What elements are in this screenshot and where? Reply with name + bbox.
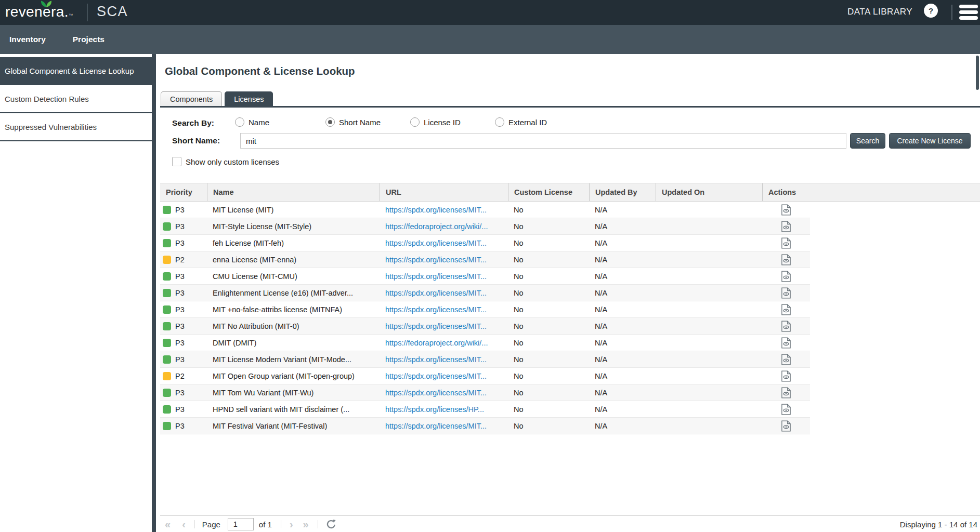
last-page-button[interactable]: »	[303, 519, 309, 529]
priority-label: P3	[175, 239, 185, 247]
radio-option[interactable]: Short Name	[325, 117, 381, 127]
view-license-icon[interactable]	[781, 404, 791, 415]
table-row[interactable]: P3 CMU License (MIT-CMU) https://spdx.or…	[160, 268, 810, 285]
table-row[interactable]: P3 MIT License Modern Variant (MIT-Mode.…	[160, 351, 810, 368]
short-name-input[interactable]	[240, 133, 846, 149]
view-license-icon[interactable]	[781, 204, 791, 216]
view-license-icon[interactable]	[781, 370, 791, 382]
revenera-logo[interactable]: revenera.™	[5, 4, 73, 20]
column-header[interactable]: Actions	[762, 183, 810, 201]
priority-cell: P3	[160, 235, 207, 251]
table-row[interactable]: P3 MIT No Attribution (MIT-0) https://sp…	[160, 318, 810, 335]
column-header[interactable]: Priority	[160, 183, 207, 201]
updated-on-cell	[656, 301, 762, 317]
table-row[interactable]: P3 MIT-Style License (MIT-Style) https:/…	[160, 218, 810, 235]
license-url-link[interactable]: https://spdx.org/licenses/MIT...	[385, 422, 487, 430]
data-library-link[interactable]: DATA LIBRARY	[847, 7, 912, 17]
show-custom-checkbox[interactable]	[172, 157, 181, 166]
sidebar-item[interactable]: Custom Detection Rules	[0, 85, 152, 113]
view-license-icon[interactable]	[781, 287, 791, 299]
radio-option[interactable]: Name	[235, 117, 269, 127]
next-page-button[interactable]: ›	[290, 519, 293, 529]
hamburger-menu-icon[interactable]	[959, 5, 978, 22]
table-row[interactable]: P3 MIT Tom Wu Variant (MIT-Wu) https://s…	[160, 384, 810, 401]
nav-item[interactable]: Inventory	[9, 35, 46, 44]
radio-option[interactable]: External ID	[495, 117, 547, 127]
scrollbar-thumb[interactable]	[976, 56, 979, 90]
priority-label: P2	[175, 372, 185, 380]
column-header[interactable]: Updated On	[656, 183, 762, 201]
view-license-icon[interactable]	[781, 337, 791, 349]
view-license-icon[interactable]	[781, 321, 791, 332]
view-license-icon[interactable]	[781, 271, 791, 282]
sidebar-item[interactable]: Global Component & License Lookup	[0, 57, 152, 85]
updated-on-cell	[656, 202, 762, 218]
sidebar-item[interactable]: Suppressed Vulnerabilities	[0, 113, 152, 141]
license-url-link[interactable]: https://spdx.org/licenses/HP...	[385, 405, 484, 414]
table-row[interactable]: P3 MIT Festival Variant (MIT-Festival) h…	[160, 418, 810, 434]
tab[interactable]: Components	[161, 91, 222, 106]
license-url-link[interactable]: https://spdx.org/licenses/MIT...	[385, 272, 487, 281]
radio-button-icon[interactable]	[495, 117, 504, 127]
custom-license-cell: No	[508, 202, 589, 218]
table-row[interactable]: P2 MIT Open Group variant (MIT-open-grou…	[160, 368, 810, 384]
table-row[interactable]: P3 Enlightenment License (e16) (MIT-adve…	[160, 285, 810, 301]
table-row[interactable]: P2 enna License (MIT-enna) https://spdx.…	[160, 251, 810, 268]
license-url-link[interactable]: https://spdx.org/licenses/MIT...	[385, 389, 487, 397]
table-row[interactable]: P3 MIT License (MIT) https://spdx.org/li…	[160, 202, 810, 218]
updated-on-cell	[656, 335, 762, 351]
custom-license-cell: No	[508, 301, 589, 317]
license-url-link[interactable]: https://spdx.org/licenses/MIT...	[385, 355, 487, 364]
license-url-link[interactable]: https://fedoraproject.org/wiki/...	[385, 222, 488, 231]
license-url-link[interactable]: https://spdx.org/licenses/MIT...	[385, 289, 487, 297]
radio-button-icon[interactable]	[235, 117, 244, 127]
license-url-link[interactable]: https://spdx.org/licenses/MIT...	[385, 305, 487, 314]
table-row[interactable]: P3 feh License (MIT-feh) https://spdx.or…	[160, 235, 810, 251]
column-header[interactable]: Custom License	[508, 183, 589, 201]
refresh-icon[interactable]	[325, 518, 337, 530]
radio-option[interactable]: License ID	[410, 117, 461, 127]
priority-cell: P3	[160, 202, 207, 218]
priority-color-badge	[163, 289, 171, 297]
column-header[interactable]: Updated By	[589, 183, 656, 201]
table-body: P3 MIT License (MIT) https://spdx.org/li…	[160, 202, 810, 434]
column-header[interactable]: Name	[207, 183, 380, 201]
help-button[interactable]: ?	[924, 4, 938, 18]
view-license-icon[interactable]	[781, 254, 791, 265]
license-url-link[interactable]: https://spdx.org/licenses/MIT...	[385, 206, 487, 214]
view-license-icon[interactable]	[781, 387, 791, 398]
updated-by-cell: N/A	[589, 218, 656, 234]
table-row[interactable]: P3 HPND sell variant with MIT disclaimer…	[160, 401, 810, 418]
radio-button-icon[interactable]	[325, 117, 335, 127]
updated-on-cell	[656, 318, 762, 334]
updated-on-cell	[656, 368, 762, 384]
header-divider	[87, 4, 88, 21]
create-new-license-button[interactable]: Create New License	[889, 133, 971, 149]
radio-button-icon[interactable]	[410, 117, 420, 127]
license-url-link[interactable]: https://fedoraproject.org/wiki/...	[385, 339, 488, 347]
first-page-button[interactable]: «	[165, 519, 171, 529]
table-row[interactable]: P3 MIT +no-false-attribs license (MITNFA…	[160, 301, 810, 318]
license-url-link[interactable]: https://spdx.org/licenses/MIT...	[385, 322, 487, 330]
priority-cell: P3	[160, 351, 207, 367]
updated-on-cell	[656, 218, 762, 234]
view-license-icon[interactable]	[781, 221, 791, 232]
table-row[interactable]: P3 DMIT (DMIT) https://fedoraproject.org…	[160, 335, 810, 351]
column-header[interactable]: URL	[380, 183, 508, 201]
tab[interactable]: Licenses	[225, 91, 273, 106]
search-button[interactable]: Search	[850, 133, 885, 149]
priority-cell: P2	[160, 368, 207, 384]
view-license-icon[interactable]	[781, 354, 791, 365]
license-url-link[interactable]: https://spdx.org/licenses/MIT...	[385, 256, 487, 264]
view-license-icon[interactable]	[781, 420, 791, 432]
view-license-icon[interactable]	[781, 237, 791, 249]
license-url-link[interactable]: https://spdx.org/licenses/MIT...	[385, 239, 487, 247]
url-cell: https://spdx.org/licenses/MIT...	[380, 301, 508, 317]
previous-page-button[interactable]: ‹	[182, 519, 186, 529]
page-number-input[interactable]	[228, 518, 254, 530]
nav-item[interactable]: Projects	[73, 35, 104, 44]
name-cell: MIT License Modern Variant (MIT-Mode...	[207, 351, 380, 367]
view-license-icon[interactable]	[781, 304, 791, 315]
actions-cell	[762, 285, 810, 301]
license-url-link[interactable]: https://spdx.org/licenses/MIT...	[385, 372, 487, 380]
